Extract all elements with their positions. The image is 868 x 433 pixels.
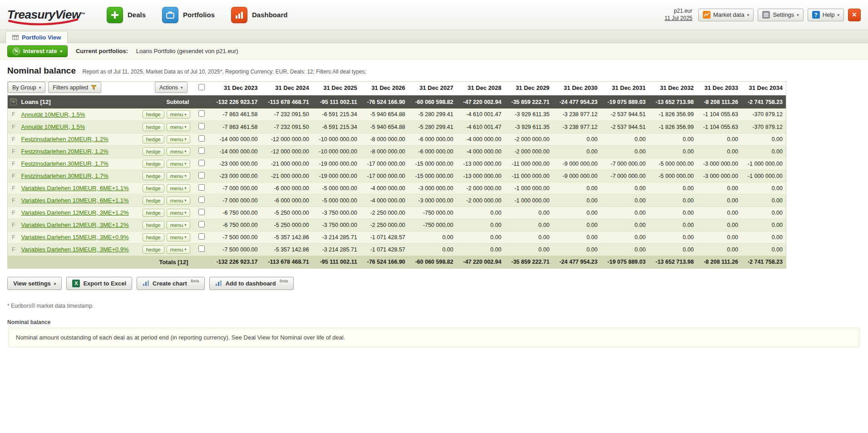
info-box-text: Nominal amount outstanding of each deal …: [16, 334, 345, 341]
value-cell: 0.00: [601, 231, 649, 243]
value-cell: 0.00: [697, 145, 741, 157]
add-to-dashboard-button[interactable]: Add to dashboard Beta: [209, 277, 294, 290]
deal-type-badge: F: [8, 207, 20, 219]
chevron-down-icon: ▾: [184, 137, 186, 141]
export-to-excel-button[interactable]: X Export to Excel: [66, 277, 132, 290]
menu-button[interactable]: menu ▾: [167, 209, 190, 217]
market-data-button[interactable]: Market data ▾: [698, 9, 754, 21]
deal-link[interactable]: Variables Darlehen 15MEUR, 3ME+0.9%: [21, 246, 129, 253]
value-cell: 0.00: [457, 231, 505, 243]
deal-link[interactable]: Annuität 10MEUR, 1.5%: [21, 123, 85, 130]
row-checkbox[interactable]: [198, 135, 205, 142]
by-group-dropdown[interactable]: By Group ▾: [8, 82, 45, 93]
hedge-button[interactable]: hedge: [143, 135, 164, 143]
create-chart-button[interactable]: Create chart Beta: [137, 277, 205, 290]
report-subtitle: Report as of Jul 11, 2025, Market Data a…: [82, 69, 366, 75]
chevron-down-icon: ▾: [184, 125, 186, 129]
hedge-button[interactable]: hedge: [143, 209, 164, 217]
hedge-button[interactable]: hedge: [143, 123, 164, 131]
hedge-button[interactable]: hedge: [143, 184, 164, 192]
select-all-checkbox[interactable]: [198, 84, 205, 90]
row-checkbox[interactable]: [198, 160, 205, 166]
tab-portfolio-view[interactable]: Portfolio View: [5, 31, 68, 43]
value-cell: -2 000 000.00: [504, 133, 552, 145]
menu-button[interactable]: menu ▾: [167, 197, 190, 205]
row-checkbox[interactable]: [198, 123, 205, 129]
hedge-button[interactable]: hedge: [143, 148, 164, 156]
menu-button[interactable]: menu ▾: [167, 233, 190, 241]
menu-button[interactable]: menu ▾: [167, 221, 190, 229]
menu-button[interactable]: menu ▾: [167, 160, 190, 168]
menu-button[interactable]: menu ▾: [167, 184, 190, 192]
column-header: 31 Dec 2027: [409, 82, 457, 96]
deal-link[interactable]: Festzinsdarlehen 20MEUR, 1.2%: [21, 136, 108, 143]
value-cell: 0.00: [741, 243, 786, 256]
current-portfolios-label: Current portfolios:: [76, 48, 128, 54]
row-checkbox[interactable]: [198, 184, 205, 191]
value-cell: -1 000 000.00: [741, 170, 786, 182]
hedge-button[interactable]: hedge: [143, 233, 164, 241]
value-cell: 0.00: [741, 231, 786, 243]
menu-button[interactable]: menu ▾: [167, 246, 190, 254]
value-cell: -6 750 000.00: [209, 207, 261, 219]
value-cell: 0.00: [552, 219, 601, 231]
hedge-button[interactable]: hedge: [143, 172, 164, 180]
row-checkbox[interactable]: [198, 148, 205, 154]
hedge-button[interactable]: hedge: [143, 197, 164, 205]
close-button[interactable]: ✕: [848, 9, 861, 21]
deal-link[interactable]: Variables Darlehen 10MEUR, 6ME+1.1%: [21, 197, 129, 204]
deal-link[interactable]: Variables Darlehen 10MEUR, 6ME+1.1%: [21, 185, 129, 192]
filters-applied-button[interactable]: Filters applied: [48, 82, 101, 93]
actions-dropdown[interactable]: Actions ▾: [155, 82, 187, 93]
value-cell: -3 000 000.00: [697, 170, 741, 182]
row-checkbox[interactable]: [198, 209, 205, 215]
deal-link[interactable]: Annuität 10MEUR, 1.5%: [21, 111, 85, 118]
value-cell: -13 652 713.98: [649, 95, 697, 108]
report-date-link[interactable]: 11 Jul 2025: [665, 15, 692, 22]
row-checkbox[interactable]: [198, 233, 205, 240]
value-cell: -5 357 142.86: [261, 231, 312, 243]
value-cell: -6 591 215.34: [312, 121, 360, 133]
hedge-button[interactable]: hedge: [143, 160, 164, 168]
menu-button[interactable]: menu ▾: [167, 110, 190, 118]
value-cell: -4 610 001.47: [457, 108, 505, 121]
deal-link[interactable]: Variables Darlehen 12MEUR, 3ME+1.2%: [21, 221, 129, 228]
row-checkbox[interactable]: [198, 110, 205, 117]
subtotal-label: Subtotal: [167, 99, 190, 105]
deal-link[interactable]: Festzinsdarlehen 20MEUR, 1.2%: [21, 148, 108, 155]
hedge-button[interactable]: hedge: [143, 110, 164, 118]
view-settings-button[interactable]: View settings ▴: [7, 277, 62, 290]
value-cell: -3 000 000.00: [409, 194, 457, 207]
hedge-button[interactable]: hedge: [143, 221, 164, 229]
nav-dashboard[interactable]: Dashboard: [231, 7, 287, 23]
deal-link[interactable]: Festzinsdarlehen 30MEUR, 1.7%: [21, 160, 108, 167]
menu-button[interactable]: menu ▾: [167, 135, 190, 143]
menu-button[interactable]: menu ▾: [167, 148, 190, 156]
user-block: p21.eur 11 Jul 2025: [665, 8, 692, 22]
deal-link[interactable]: Variables Darlehen 12MEUR, 3ME+1.2%: [21, 209, 129, 216]
bottom-toolbar: View settings ▴ X Export to Excel Create…: [7, 277, 861, 290]
row-checkbox[interactable]: [198, 246, 205, 252]
value-cell: -370 879.12: [741, 121, 786, 133]
collapse-group-button[interactable]: −: [10, 98, 17, 105]
value-cell: 0.00: [601, 145, 649, 157]
deal-type-badge: F: [8, 108, 20, 121]
value-cell: -8 208 111.26: [697, 95, 741, 108]
nav-portfolios[interactable]: Portfolios: [162, 7, 215, 23]
deal-link[interactable]: Festzinsdarlehen 30MEUR, 1.7%: [21, 172, 108, 179]
nav-deals[interactable]: Deals: [107, 7, 146, 23]
settings-button[interactable]: Settings ▾: [758, 9, 804, 21]
hedge-button[interactable]: hedge: [143, 246, 164, 254]
value-cell: 0.00: [409, 231, 457, 243]
deal-link[interactable]: Variables Darlehen 15MEUR, 3ME+0.9%: [21, 234, 129, 241]
interest-rate-dropdown[interactable]: % Interest rate ▾: [7, 45, 68, 57]
row-checkbox[interactable]: [198, 172, 205, 178]
row-checkbox[interactable]: [198, 221, 205, 227]
value-cell: 0.00: [504, 243, 552, 256]
row-checkbox[interactable]: [198, 197, 205, 203]
menu-button[interactable]: menu ▾: [167, 123, 190, 131]
value-cell: -4 000 000.00: [457, 145, 505, 157]
value-cell: 0.00: [649, 182, 697, 194]
menu-button[interactable]: menu ▾: [167, 172, 190, 180]
help-button[interactable]: ? Help ▾: [808, 9, 844, 21]
